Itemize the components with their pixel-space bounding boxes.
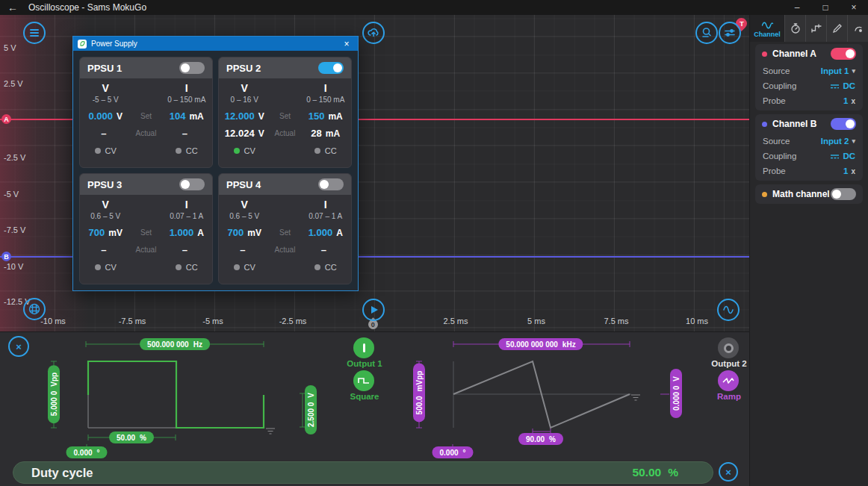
actual-label: Actual (266, 246, 305, 254)
generator-close-button[interactable]: × (8, 336, 29, 357)
output1-duty-pill[interactable]: 50.00% (109, 432, 154, 443)
ppsu2-name: PPSU 2 (226, 63, 261, 74)
ppsu1-actual-voltage: – (84, 126, 127, 140)
channel-b-color-dot (762, 122, 767, 127)
run-acquisition-button[interactable] (362, 299, 385, 321)
math-channel-header: Math channel (755, 184, 863, 204)
output2-enable-button[interactable] (718, 337, 739, 358)
main-menu-button[interactable] (23, 22, 46, 44)
display-settings-button[interactable] (719, 22, 741, 44)
output2-shape-label: Ramp (717, 392, 741, 401)
ppsu3-current-head: I 0.07 – 1 A (166, 199, 208, 220)
ppsu2-actual-current: 28mA (305, 126, 347, 140)
actual-label: Actual (127, 246, 166, 254)
ppsu1-header: PPSU 1 (80, 57, 212, 78)
output2-phase-pill[interactable]: 0.000° (432, 446, 473, 458)
ppsu1-current-head: I 0 – 150 mA (166, 83, 208, 104)
output1-amplitude-pill[interactable]: 5.000 0Vpp (48, 365, 60, 423)
sine-icon (722, 303, 735, 317)
y-axis-label: -2.5 V (4, 153, 25, 162)
channel-b-probe-row[interactable]: Probe 1x (755, 163, 863, 178)
graticule-settings-button[interactable] (23, 298, 46, 320)
ppsu4-header: PPSU 4 (219, 174, 351, 195)
ppsu4-cv-indicator: CV (223, 263, 266, 272)
ppsu3-set-voltage[interactable]: 700mV (84, 225, 127, 239)
channel-a-coupling-row[interactable]: Coupling DC (755, 78, 863, 93)
moku-logo-icon (78, 40, 87, 49)
ppsu1-set-voltage[interactable]: 0.000V (84, 109, 127, 122)
output2-symmetry-pill[interactable]: 90.00% (518, 433, 563, 445)
output2-amplitude-pill[interactable]: 500.0mVpp (413, 364, 425, 423)
math-channel-name: Math channel (772, 189, 830, 199)
channel-b-source-row[interactable]: Source Input 2▾ (755, 134, 863, 149)
ppsu1-actual-current: – (166, 126, 208, 140)
waveform-generator-button[interactable] (717, 299, 740, 321)
power-supply-close-button[interactable]: × (340, 39, 353, 49)
math-channel-color-dot (762, 192, 767, 197)
ppsu2-set-current[interactable]: 150mA (305, 109, 347, 122)
y-axis-label: 2.5 V (4, 79, 23, 88)
channel-b-marker[interactable]: B (1, 252, 11, 261)
tab-channel[interactable]: Channel (750, 15, 784, 42)
ppsu2-voltage-head: V 0 – 16 V (223, 83, 266, 104)
ppsu1-set-current[interactable]: 104mA (166, 109, 208, 122)
output2-offset-pill[interactable]: 0.000 0V (670, 369, 682, 418)
step-function-icon (810, 22, 822, 34)
zoom-tool-button[interactable] (695, 22, 718, 44)
channel-b-coupling-row[interactable]: Coupling DC (755, 149, 863, 163)
ppsu4-set-current[interactable]: 1.000A (305, 225, 347, 239)
ppsu3-set-current[interactable]: 1.000A (166, 225, 208, 239)
edit-bar-value[interactable]: 50.00% (632, 466, 678, 479)
output2-shape-button[interactable] (718, 370, 739, 391)
y-axis-label: 5 V (4, 43, 16, 52)
ppsu3-actual-voltage: – (84, 243, 127, 256)
ppsu3-toggle[interactable] (179, 178, 205, 190)
set-label: Set (266, 112, 305, 120)
output2-label: Output 2 (711, 359, 746, 368)
output1-frequency-pill[interactable]: 500.000 000Hz (140, 338, 210, 350)
minimize-button[interactable]: – (783, 0, 811, 15)
duty-cycle-edit-bar[interactable]: Duty cycle 50.00% (13, 461, 713, 484)
toggle-knob (181, 180, 190, 189)
ppsu2-set-voltage[interactable]: 12.000V (223, 109, 266, 122)
sidebar-tabbar: Channel (750, 15, 868, 42)
sine-icon (761, 21, 774, 30)
output1-shape-label: Square (350, 392, 379, 401)
output2-frequency-pill[interactable]: 50.000 000 000kHz (498, 338, 583, 350)
output1-phase-pill[interactable]: 0.000° (66, 446, 107, 458)
ppsu4-actual-current: – (305, 243, 347, 256)
x-axis-label: -10 ms (40, 317, 66, 325)
cloud-upload-button[interactable] (362, 22, 385, 44)
actual-label: Actual (127, 129, 166, 137)
chevron-down-icon: ▾ (852, 137, 855, 145)
set-label: Set (266, 228, 305, 237)
ppsu1-toggle[interactable] (179, 62, 205, 74)
tab-acquisition[interactable] (784, 15, 805, 42)
close-button[interactable]: × (840, 0, 868, 15)
toggle-knob (846, 119, 855, 128)
power-supply-titlebar[interactable]: Power Supply × (73, 37, 358, 51)
output1-shape-button[interactable] (353, 370, 374, 391)
output1-offset-pill[interactable]: 2.500 0V (305, 385, 317, 434)
channel-a-probe-row[interactable]: Probe 1x (755, 93, 863, 108)
output1-enable-button[interactable] (353, 337, 374, 358)
channel-b-toggle[interactable] (831, 118, 856, 130)
maximize-button[interactable]: □ (811, 0, 840, 15)
toggle-knob (333, 63, 342, 72)
edit-bar-close-button[interactable]: × (719, 462, 738, 482)
ppsu4-toggle[interactable] (318, 178, 344, 190)
ppsu2-toggle[interactable] (318, 62, 344, 74)
tab-trigger[interactable] (805, 15, 826, 42)
ppsu4-set-voltage[interactable]: 700mV (223, 225, 266, 239)
channel-a-marker[interactable]: A (1, 114, 11, 124)
window-titlebar: ← Oscilloscope - Sams MokuGo – □ × (0, 0, 868, 15)
math-channel-toggle[interactable] (831, 188, 856, 200)
back-arrow-icon[interactable]: ← (0, 1, 25, 13)
channel-a-source-row[interactable]: Source Input 1▾ (755, 63, 863, 78)
tab-probe[interactable] (847, 15, 868, 42)
channel-b-card: Channel B Source Input 2▾ Coupling DC Pr… (755, 114, 863, 181)
tab-channel-label: Channel (754, 31, 781, 38)
channel-a-toggle[interactable] (831, 48, 856, 60)
tab-annotate[interactable] (826, 15, 847, 42)
edit-bar-label: Duty cycle (31, 466, 93, 480)
